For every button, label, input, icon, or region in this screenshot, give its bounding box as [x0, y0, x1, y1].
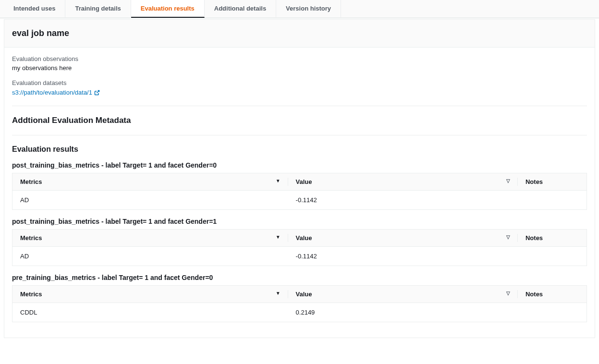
- cell-metric: CDDL: [12, 303, 288, 322]
- results-table-2: Metrics ▼ Value ▽ Notes CDDL 0.2149: [12, 285, 587, 322]
- tab-intended-uses[interactable]: Intended uses: [4, 0, 65, 18]
- results-title: Evaluation results: [12, 145, 587, 154]
- table-title-2: pre_training_bias_metrics - label Target…: [12, 274, 587, 281]
- tabs-bar: Intended uses Training details Evaluatio…: [0, 0, 599, 18]
- table-header-row: Metrics ▼ Value ▽ Notes: [12, 286, 587, 303]
- cell-notes: [518, 191, 587, 210]
- table-row: CDDL 0.2149: [12, 303, 587, 322]
- datasets-label: Evaluation datasets: [12, 79, 587, 86]
- cell-metric: AD: [12, 247, 288, 266]
- tabs: Intended uses Training details Evaluatio…: [4, 0, 599, 18]
- col-header-value-label: Value: [296, 178, 312, 185]
- table-row: AD -0.1142: [12, 191, 587, 210]
- sort-desc-icon: ▼: [276, 234, 281, 240]
- observations-group: Evaluation observations my observations …: [12, 55, 587, 72]
- section-body: Evaluation observations my observations …: [4, 48, 595, 338]
- col-header-metrics[interactable]: Metrics ▼: [12, 173, 288, 191]
- cell-metric: AD: [12, 191, 288, 210]
- observations-label: Evaluation observations: [12, 55, 587, 62]
- col-header-notes-label: Notes: [526, 178, 543, 185]
- col-header-value[interactable]: Value ▽: [288, 173, 518, 191]
- col-header-notes[interactable]: Notes: [518, 230, 587, 247]
- table-title-0: post_training_bias_metrics - label Targe…: [12, 161, 587, 169]
- table-header-row: Metrics ▼ Value ▽ Notes: [12, 173, 587, 191]
- table-header-row: Metrics ▼ Value ▽ Notes: [12, 230, 587, 247]
- datasets-link-text: s3://path/to/evaluation/data/1: [12, 89, 92, 96]
- col-header-metrics-label: Metrics: [20, 178, 42, 185]
- sort-desc-icon: ▼: [276, 291, 281, 296]
- observations-value: my observations here: [12, 64, 587, 72]
- cell-notes: [518, 303, 587, 322]
- divider: [12, 106, 587, 106]
- col-header-notes-label: Notes: [526, 234, 543, 242]
- col-header-notes[interactable]: Notes: [518, 286, 587, 303]
- content-panel: eval job name Evaluation observations my…: [4, 19, 595, 338]
- table-row: AD -0.1142: [12, 247, 587, 266]
- col-header-value-label: Value: [296, 291, 312, 298]
- sort-desc-icon: ▼: [276, 178, 281, 183]
- col-header-value[interactable]: Value ▽: [288, 230, 518, 247]
- tab-version-history[interactable]: Version history: [276, 0, 341, 18]
- metadata-title: Addtional Evaluation Metadata: [12, 116, 587, 125]
- col-header-value[interactable]: Value ▽: [288, 286, 518, 303]
- cell-notes: [518, 247, 587, 266]
- table-title-1: post_training_bias_metrics - label Targe…: [12, 218, 587, 225]
- cell-value: -0.1142: [288, 191, 518, 210]
- col-header-value-label: Value: [296, 234, 312, 242]
- datasets-link[interactable]: s3://path/to/evaluation/data/1: [12, 89, 100, 96]
- col-header-notes[interactable]: Notes: [518, 173, 587, 191]
- col-header-notes-label: Notes: [526, 291, 543, 298]
- cell-value: 0.2149: [288, 303, 518, 322]
- tab-evaluation-results[interactable]: Evaluation results: [131, 0, 205, 18]
- sort-icon: ▽: [506, 291, 510, 296]
- col-header-metrics-label: Metrics: [20, 234, 42, 242]
- results-table-1: Metrics ▼ Value ▽ Notes AD -0.1142: [12, 229, 587, 266]
- tab-additional-details[interactable]: Additional details: [205, 0, 276, 18]
- sort-icon: ▽: [506, 234, 510, 240]
- tab-training-details[interactable]: Training details: [65, 0, 131, 18]
- col-header-metrics[interactable]: Metrics ▼: [12, 230, 288, 247]
- sort-icon: ▽: [506, 178, 510, 183]
- external-link-icon: [94, 90, 100, 96]
- divider: [12, 135, 587, 135]
- page-title: eval job name: [4, 20, 595, 48]
- col-header-metrics[interactable]: Metrics ▼: [12, 286, 288, 303]
- results-table-0: Metrics ▼ Value ▽ Notes AD -0.1142: [12, 173, 587, 210]
- col-header-metrics-label: Metrics: [20, 291, 42, 298]
- datasets-group: Evaluation datasets s3://path/to/evaluat…: [12, 79, 587, 96]
- cell-value: -0.1142: [288, 247, 518, 266]
